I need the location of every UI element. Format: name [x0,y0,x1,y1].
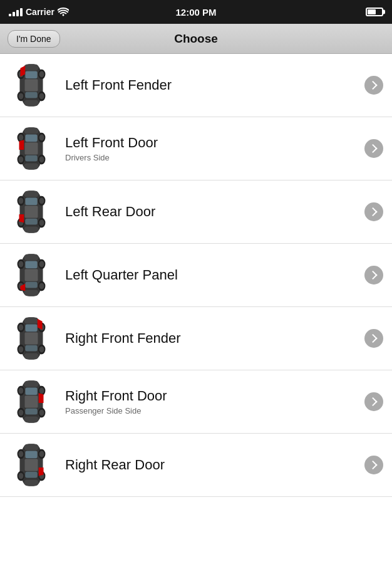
svg-point-29 [19,157,24,163]
svg-rect-112 [25,472,38,478]
svg-point-119 [19,473,24,479]
car-icon-right-front-door [9,377,54,427]
status-left: Carrier [9,7,69,17]
svg-rect-40 [25,219,38,225]
svg-rect-2 [24,100,38,106]
svg-rect-58 [25,282,38,288]
svg-rect-94 [25,409,38,415]
svg-rect-76 [25,345,38,352]
svg-rect-91 [24,381,38,387]
svg-rect-113 [24,459,38,471]
item-title: Left Rear Door [65,204,364,220]
item-title: Right Front Fender [65,330,364,347]
svg-rect-37 [24,191,38,197]
car-icon-right-front-fender [9,313,54,363]
chevron-right-icon [364,202,383,221]
svg-point-11 [19,93,24,100]
svg-rect-41 [24,206,38,218]
svg-rect-21 [25,135,38,142]
svg-rect-57 [25,261,38,269]
item-text: Right Front Fender [65,330,364,347]
item-title: Left Front Fender [65,77,364,93]
svg-point-105 [39,410,44,416]
car-icon-right-rear-door [9,440,54,490]
car-icon-left-front-fender [9,60,54,110]
nav-bar: I'm Done Choose [0,24,392,54]
chevron-right-icon [364,76,383,95]
svg-point-67 [39,261,44,268]
svg-rect-93 [25,388,38,395]
item-text: Left Quarter Panel [65,267,364,283]
svg-rect-22 [25,155,38,162]
carrier-label: Carrier [26,7,54,17]
list-item[interactable]: Left Front Door Drivers Side [0,117,392,180]
item-text: Left Rear Door [65,204,364,220]
list-item[interactable]: Right Front Fender [0,307,392,370]
time-label: 12:00 PM [175,7,216,18]
chevron-right-icon [364,456,383,474]
svg-point-63 [19,261,24,268]
item-title: Left Front Door [65,135,364,151]
wifi-icon [58,8,69,16]
svg-rect-56 [24,290,38,296]
svg-rect-59 [24,269,38,281]
svg-point-87 [39,347,44,353]
svg-rect-23 [24,142,38,155]
item-text: Left Front Fender [65,77,364,93]
list-item[interactable]: Left Rear Door [0,180,392,244]
car-icon-left-quarter-panel [9,250,54,300]
item-text: Right Rear Door [65,457,364,473]
list-item[interactable]: Right Rear Door [0,434,392,497]
list-item[interactable]: Right Front Door Passenger Side Side [0,370,392,434]
chevron-right-icon [364,329,383,348]
svg-point-15 [39,93,44,100]
item-title: Right Rear Door [65,457,364,473]
page-title: Choose [174,32,218,46]
svg-rect-3 [25,71,38,79]
svg-point-101 [19,410,24,416]
car-icon-left-front-door [9,123,54,174]
item-subtitle: Drivers Side [65,153,364,162]
item-text: Left Front Door Drivers Side [65,135,364,162]
chevron-right-icon [364,266,383,285]
svg-rect-95 [24,395,38,408]
svg-rect-1 [24,65,38,71]
svg-rect-110 [24,479,38,486]
svg-rect-74 [24,353,38,359]
svg-rect-20 [24,163,38,169]
svg-point-27 [19,135,24,141]
signal-icon [9,8,23,16]
svg-point-49 [39,198,44,204]
item-text: Right Front Door Passenger Side Side [65,388,364,415]
status-bar: Carrier 12:00 PM [0,0,392,24]
svg-point-121 [39,451,44,457]
parts-list: Left Front Fender [0,54,392,497]
svg-point-51 [39,220,44,226]
svg-rect-5 [24,79,38,91]
svg-rect-39 [25,198,38,206]
list-item[interactable]: Left Front Fender [0,54,392,117]
item-title: Right Front Door [65,388,364,404]
svg-point-117 [19,451,24,457]
status-right [366,8,383,16]
car-icon-left-rear-door [9,187,54,237]
svg-rect-55 [24,254,38,261]
list-item[interactable]: Left Quarter Panel [0,244,392,307]
svg-point-83 [19,347,24,353]
svg-rect-75 [25,325,38,332]
svg-rect-38 [24,226,38,232]
svg-point-69 [39,283,44,290]
chevron-right-icon [364,392,383,411]
svg-point-103 [39,388,44,394]
svg-point-31 [39,135,44,141]
svg-rect-19 [24,128,38,134]
chevron-right-icon [364,139,383,158]
svg-rect-92 [24,416,38,422]
svg-rect-4 [25,92,38,98]
svg-rect-73 [24,318,38,324]
svg-point-99 [19,388,24,394]
item-title: Left Quarter Panel [65,267,364,283]
battery-icon [366,8,383,16]
svg-rect-109 [24,444,38,451]
done-button[interactable]: I'm Done [8,30,60,48]
